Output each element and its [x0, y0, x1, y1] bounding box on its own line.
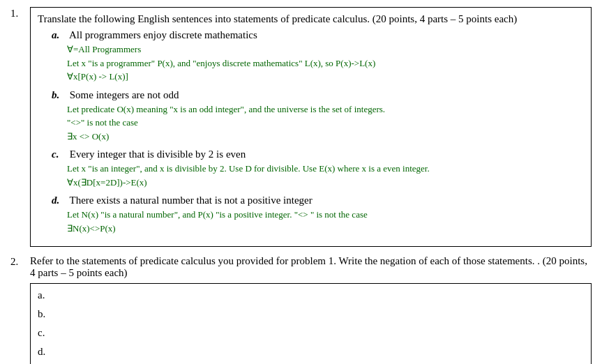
- part-b-answer-2: "<>" is not the case: [67, 116, 584, 130]
- part-c-answer-1: Let x "is an integer", and x is divisibl…: [67, 162, 584, 176]
- part-a: a. All programmers enjoy discrete mathem…: [52, 29, 584, 84]
- part-d-answer-1: Let N(x) "is a natural number", and P(x)…: [67, 208, 584, 222]
- problem-2-answer-d: d.: [38, 346, 584, 358]
- part-b: b. Some integers are not odd Let predica…: [52, 89, 584, 144]
- problem-2-number: 2.: [10, 255, 30, 364]
- problem-1-parts: a. All programmers enjoy discrete mathem…: [52, 29, 584, 235]
- problem-2-wrapper: Refer to the statements of predicate cal…: [30, 255, 592, 364]
- part-a-answer: ∀=All Programmers Let x "is a programmer…: [67, 43, 584, 84]
- problem-2-answer-b: b.: [38, 308, 584, 320]
- part-a-answer-2: Let x "is a programmer" P(x), and "enjoy…: [67, 56, 584, 70]
- part-a-answer-3: ∀x[P(x) -> L(x)]: [67, 70, 584, 84]
- problem-2-answer-a: a.: [38, 289, 584, 301]
- problem-1-title: Translate the following English sentence…: [38, 13, 584, 25]
- part-c-answer-2: ∀x(∃D[x=2D])->E(x): [67, 176, 584, 190]
- part-c-label: c.: [52, 149, 67, 160]
- part-a-answer-1: ∀=All Programmers: [67, 43, 584, 56]
- part-a-label: a.: [52, 29, 67, 41]
- problem-2-answer-section: a. b. c. d.: [30, 283, 592, 364]
- problem-1-number: 1.: [10, 7, 30, 247]
- part-d-answer: Let N(x) "is a natural number", and P(x)…: [67, 208, 584, 235]
- problem-2: 2. Refer to the statements of predicate …: [10, 255, 592, 364]
- problem-1-content: Translate the following English sentence…: [30, 7, 592, 247]
- part-c: c. Every integer that is divisible by 2 …: [52, 149, 584, 189]
- part-b-label: b.: [52, 89, 67, 101]
- part-b-answer-3: ∃x <> O(x): [67, 130, 584, 144]
- part-b-answer: Let predicate O(x) meaning "x is an odd …: [67, 103, 584, 144]
- part-a-text: All programmers enjoy discrete mathemati…: [69, 29, 257, 40]
- part-c-answer: Let x "is an integer", and x is divisibl…: [67, 162, 584, 189]
- part-d-label: d.: [52, 195, 67, 206]
- part-b-answer-1: Let predicate O(x) meaning "x is an odd …: [67, 103, 584, 116]
- part-d-text: There exists a natural number that is no…: [69, 195, 312, 206]
- part-c-text: Every integer that is divisible by 2 is …: [70, 149, 246, 160]
- problem-2-answer-c: c.: [38, 327, 584, 339]
- part-b-text: Some integers are not odd: [70, 89, 179, 100]
- problem-1: 1. Translate the following English sente…: [10, 7, 592, 247]
- problem-2-title: Refer to the statements of predicate cal…: [30, 255, 592, 279]
- part-d: d. There exists a natural number that is…: [52, 195, 584, 235]
- part-d-answer-2: ∃N(x)<>P(x): [67, 222, 584, 236]
